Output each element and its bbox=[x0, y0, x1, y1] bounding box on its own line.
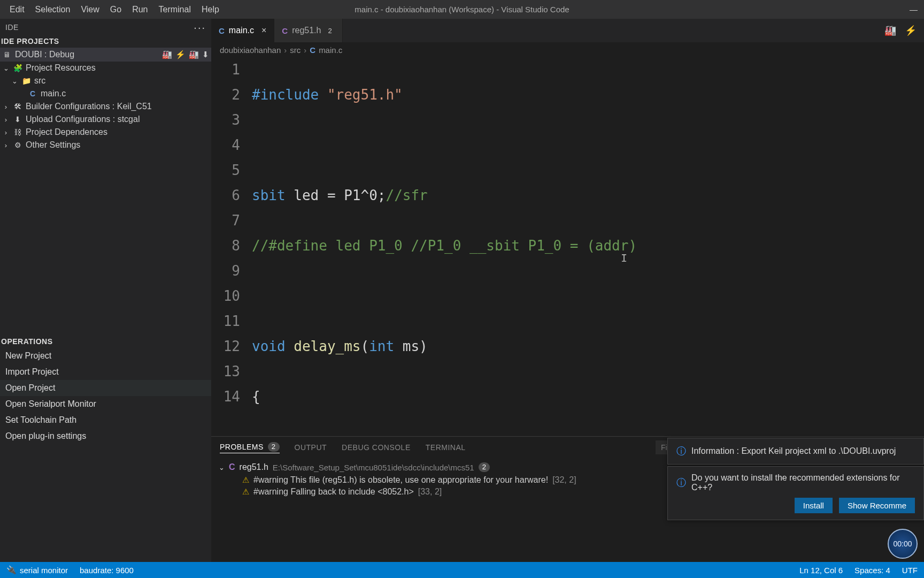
menu-go[interactable]: Go bbox=[105, 2, 127, 18]
problem-file-name: reg51.h bbox=[240, 462, 268, 472]
op-open-serial[interactable]: Open Serialport Monitor bbox=[0, 396, 211, 412]
c-file-icon: C bbox=[219, 26, 225, 35]
close-icon[interactable]: × bbox=[261, 26, 266, 35]
crumb[interactable]: doubixiaohanhan bbox=[220, 45, 281, 55]
sidebar: IDE ··· IDE PROJECTS 🖥 DOUBI : Debug 🏭 ⚡… bbox=[0, 19, 211, 562]
folder-icon: 📁 bbox=[21, 76, 31, 86]
chevron-right-icon: › bbox=[284, 45, 287, 55]
tab-label: PROBLEMS bbox=[220, 443, 264, 451]
info-icon: ⓘ bbox=[676, 476, 686, 489]
problem-file-path: E:\Software_Setup_Set\mcu8051ide\sdcc\in… bbox=[273, 463, 474, 472]
download-icon: ⬇ bbox=[13, 115, 22, 124]
code-editor[interactable]: 1234567 891011121314 #include "reg51.h" … bbox=[211, 57, 924, 436]
problems-badge: 2 bbox=[268, 442, 280, 452]
status-label: serial monitor bbox=[20, 566, 68, 575]
more-icon[interactable]: ··· bbox=[194, 21, 206, 34]
minimize-icon[interactable]: — bbox=[910, 5, 918, 14]
tab-label: reg51.h bbox=[292, 26, 321, 35]
menu-edit[interactable]: Edit bbox=[4, 2, 30, 18]
install-button[interactable]: Install bbox=[795, 498, 833, 513]
section-ide-projects[interactable]: IDE PROJECTS bbox=[0, 33, 211, 48]
tree-label: Upload Configurations : stcgal bbox=[26, 115, 140, 124]
status-encoding[interactable]: UTF bbox=[902, 566, 918, 575]
tab-main-c[interactable]: C main.c × bbox=[211, 19, 274, 42]
status-serial-monitor[interactable]: 🔌 serial monitor bbox=[6, 565, 68, 575]
problem-text: #warning This file (reg51.h) is obsolete… bbox=[253, 475, 548, 485]
tab-problems[interactable]: PROBLEMS 2 bbox=[220, 442, 280, 453]
sidebar-title: IDE bbox=[5, 23, 19, 32]
notification-install: ⓘ Do you want to install the recommended… bbox=[667, 466, 924, 520]
menubar: Edit Selection View Go Run Terminal Help bbox=[0, 2, 225, 18]
c-file-icon: C bbox=[282, 26, 288, 35]
tree-builder[interactable]: › 🛠 Builder Configurations : Keil_C51 bbox=[0, 100, 211, 113]
build-icon[interactable]: 🏭 bbox=[162, 50, 172, 59]
tab-warning-count: 2 bbox=[325, 27, 334, 35]
folder-icon: 🧩 bbox=[13, 63, 22, 73]
chevron-down-icon: ⌄ bbox=[219, 463, 225, 471]
problem-location: [33, 2] bbox=[418, 487, 442, 497]
download-icon[interactable]: ⬇ bbox=[202, 50, 209, 59]
package-icon[interactable]: 🏭 bbox=[189, 50, 199, 59]
notification-text: Do you want to install the recommended e… bbox=[691, 473, 915, 492]
chevron-right-icon: › bbox=[2, 116, 10, 124]
tree-src[interactable]: ⌄ 📁 src bbox=[0, 74, 211, 87]
crumb[interactable]: main.c bbox=[319, 45, 342, 55]
breadcrumb[interactable]: doubixiaohanhan › src › C main.c bbox=[211, 42, 924, 57]
op-import-project[interactable]: Import Project bbox=[0, 364, 211, 380]
tree-project-resources[interactable]: ⌄ 🧩 Project Resources bbox=[0, 62, 211, 74]
tab-label: main.c bbox=[229, 26, 254, 35]
code-content[interactable]: #include "reg51.h" sbit led = P1^0;//sfr… bbox=[252, 57, 924, 436]
flash-icon[interactable]: ⚡ bbox=[175, 50, 186, 59]
section-operations[interactable]: OPERATIONS bbox=[0, 333, 211, 348]
editor-area: C main.c × C reg51.h 2 🏭 ⚡ doubixiaohanh… bbox=[211, 19, 924, 562]
tab-terminal[interactable]: TERMINAL bbox=[426, 443, 466, 452]
tree-upload[interactable]: › ⬇ Upload Configurations : stcgal bbox=[0, 113, 211, 126]
tree-label: Project Dependences bbox=[26, 127, 107, 137]
menu-terminal[interactable]: Terminal bbox=[153, 2, 196, 18]
c-file-icon: C bbox=[229, 462, 235, 472]
window-title: main.c - doubixiaohanhan (Workspace) - V… bbox=[355, 5, 569, 14]
tree-other[interactable]: › ⚙ Other Settings bbox=[0, 139, 211, 151]
flash-icon[interactable]: ⚡ bbox=[905, 25, 917, 36]
c-file-icon: C bbox=[28, 89, 37, 98]
op-open-project[interactable]: Open Project bbox=[0, 380, 211, 396]
info-icon: ⓘ bbox=[676, 445, 686, 458]
op-set-toolchain[interactable]: Set Toolchain Path bbox=[0, 412, 211, 428]
notification-text: Information : Export Keil project xml to… bbox=[691, 446, 896, 456]
warning-icon: ⚠ bbox=[242, 487, 249, 497]
tree-main-c[interactable]: C main.c bbox=[0, 87, 211, 100]
problem-text: #warning Falling back to include <8052.h… bbox=[253, 487, 414, 497]
tree-label: Other Settings bbox=[26, 140, 80, 150]
tree-deps[interactable]: › ⛓ Project Dependences bbox=[0, 126, 211, 139]
op-new-project[interactable]: New Project bbox=[0, 348, 211, 364]
tab-reg51-h[interactable]: C reg51.h 2 bbox=[274, 19, 342, 42]
problem-location: [32, 2] bbox=[552, 475, 576, 485]
chevron-down-icon: ⌄ bbox=[2, 64, 10, 72]
record-timer-badge[interactable]: 00:00 bbox=[888, 529, 918, 559]
chevron-down-icon: ⌄ bbox=[11, 77, 18, 85]
crumb[interactable]: src bbox=[290, 45, 301, 55]
tab-output[interactable]: OUTPUT bbox=[295, 443, 327, 452]
tabbar: C main.c × C reg51.h 2 🏭 ⚡ bbox=[211, 19, 924, 42]
tree-label: main.c bbox=[41, 89, 66, 98]
problem-file-count: 2 bbox=[479, 462, 490, 472]
status-baudrate[interactable]: baudrate: 9600 bbox=[80, 566, 134, 575]
status-spaces[interactable]: Spaces: 4 bbox=[854, 566, 890, 575]
build-icon[interactable]: 🏭 bbox=[884, 25, 896, 36]
menu-run[interactable]: Run bbox=[127, 2, 153, 18]
menu-view[interactable]: View bbox=[75, 2, 104, 18]
project-row[interactable]: 🖥 DOUBI : Debug 🏭 ⚡ 🏭 ⬇ bbox=[0, 48, 211, 62]
wrench-icon: 🛠 bbox=[13, 102, 22, 111]
show-recommendations-button[interactable]: Show Recomme bbox=[839, 498, 915, 513]
notification-export: ⓘ Information : Export Keil project xml … bbox=[667, 438, 924, 465]
status-ln-col[interactable]: Ln 12, Col 6 bbox=[799, 566, 843, 575]
op-plugin-settings[interactable]: Open plug-in settings bbox=[0, 428, 211, 444]
statusbar: 🔌 serial monitor baudrate: 9600 Ln 12, C… bbox=[0, 562, 924, 578]
project-name: DOUBI : Debug bbox=[15, 50, 74, 59]
menu-selection[interactable]: Selection bbox=[30, 2, 76, 18]
gear-icon: ⚙ bbox=[13, 140, 22, 150]
chevron-right-icon: › bbox=[304, 45, 306, 55]
tab-debug-console[interactable]: DEBUG CONSOLE bbox=[342, 443, 411, 452]
menu-help[interactable]: Help bbox=[196, 2, 225, 18]
monitor-icon: 🖥 bbox=[2, 50, 12, 59]
